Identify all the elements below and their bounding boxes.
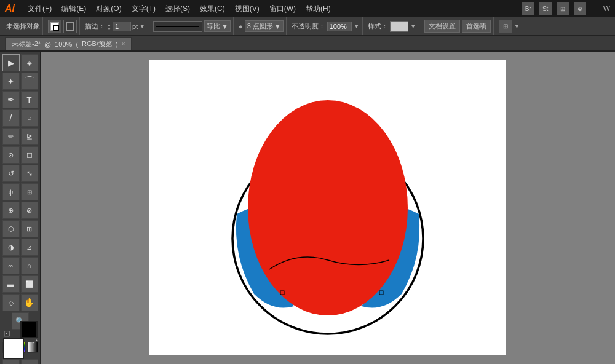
line-tool[interactable]: / [2, 109, 20, 127]
stroke-unit-label: pt [132, 23, 138, 30]
opacity-section: 不透明度： ▼ [289, 17, 363, 35]
lasso-tool[interactable]: ⌒ [21, 73, 38, 90]
main-layout: ▶ ◈ ✦ ⌒ ✒ T / ○ ✏ ⊵ ⊙ ◻ ↺ ⤡ ψ ⊞ [0, 52, 615, 364]
pen-tool[interactable]: ✒ [2, 91, 20, 108]
menu-object[interactable]: 对象(O) [92, 2, 125, 15]
style-label: 样式： [368, 22, 388, 31]
blob-brush-tool[interactable]: ⊙ [2, 146, 20, 164]
ratio-dropdown[interactable]: 等比▼ [204, 20, 231, 32]
menu-edit[interactable]: 编辑(E) [57, 2, 90, 15]
blend-tool[interactable]: ∞ [2, 257, 20, 274]
selection-tool[interactable]: ▶ [2, 54, 20, 71]
no-selection-section: 未选择对象 [4, 17, 43, 35]
menu-select[interactable]: 选择(S) [161, 2, 194, 15]
menu-window[interactable]: 窗口(W) [265, 2, 300, 15]
tool-row-12: ∞ ∩ [2, 257, 38, 274]
stroke-box-icon[interactable] [63, 20, 77, 33]
reset-colors-icon[interactable]: ⊡ [3, 328, 10, 338]
perspective-tool[interactable]: ⬡ [2, 220, 20, 237]
mesh-tool[interactable]: ⊞ [21, 220, 38, 237]
no-selection-label: 未选择对象 [6, 22, 40, 31]
doc-settings-section: 文档设置 首选项 [422, 17, 494, 35]
style-section: 样式： ▼ [365, 17, 419, 35]
stroke-icon-section [46, 17, 80, 35]
hand-tool[interactable]: ✋ [21, 294, 38, 311]
arrange-icon[interactable]: ⊞ [499, 20, 512, 33]
points-indicator: ● [239, 23, 243, 30]
fill-color-box[interactable] [3, 338, 24, 359]
tool-row-6: ⊙ ◻ [2, 146, 38, 164]
slice-tool[interactable]: ◇ [2, 294, 20, 311]
tool-row-9: ⊕ ⊗ [2, 202, 38, 219]
menu-view[interactable]: 视图(V) [231, 2, 264, 15]
bridge-icon[interactable]: Br [522, 2, 534, 15]
document-tab[interactable]: 未标题-2* @ 100% ( RGB/预览 ) × [5, 37, 132, 50]
tab-color-mode: ( [76, 41, 78, 48]
opacity-dropdown-icon[interactable]: ▼ [354, 23, 360, 30]
style-dropdown-icon[interactable]: ▼ [410, 23, 416, 30]
menu-effect[interactable]: 效果(C) [196, 2, 229, 15]
warp-tool[interactable]: ψ [2, 183, 20, 200]
arrange-dropdown-icon[interactable]: ▼ [514, 23, 520, 30]
eyedropper-tool[interactable]: ⊿ [21, 239, 38, 256]
doc-settings-button[interactable]: 文档设置 [424, 20, 460, 33]
eraser-tool[interactable]: ◻ [21, 146, 38, 164]
tool-row-5: ✏ ⊵ [2, 128, 38, 145]
menu-help[interactable]: 帮助(H) [301, 2, 335, 15]
points-dropdown[interactable]: 3 点圆形▼ [245, 20, 284, 32]
shape-builder-tool[interactable]: ⊕ [2, 202, 20, 219]
left-toolbar: ▶ ◈ ✦ ⌒ ✒ T / ○ ✏ ⊵ ⊙ ◻ ↺ ⤡ ψ ⊞ [0, 52, 41, 364]
stroke-label: 描边： [85, 22, 105, 31]
rotate-tool[interactable]: ↺ [2, 165, 20, 182]
menu-type[interactable]: 文字(T) [127, 2, 160, 15]
menu-file[interactable]: 文件(F) [23, 2, 56, 15]
title-right-icons: Br St ⊞ ⊗ W [522, 2, 610, 15]
direct-selection-tool[interactable]: ◈ [21, 54, 38, 71]
tab-name: 未标题-2* [12, 39, 41, 49]
tab-zoom: @ [44, 41, 51, 48]
pencil-tool[interactable]: ✏ [2, 128, 20, 145]
points-section: ● 3 点圆形▼ [236, 17, 287, 35]
stroke-dropdown-icon[interactable]: ▼ [139, 23, 145, 30]
gradient-tool[interactable]: ◑ [2, 239, 20, 256]
stroke-color-icon[interactable] [48, 20, 62, 33]
tool-row-3: ✒ T [2, 91, 38, 108]
tab-color-mode-value: RGB/预览 [82, 39, 112, 49]
tool-row-1: ▶ ◈ [2, 54, 38, 71]
grid-icon[interactable]: ⊞ [557, 2, 569, 15]
stroke-up-icon[interactable]: ↕ [107, 22, 111, 31]
scale-tool[interactable]: ⤡ [21, 165, 38, 182]
free-transform-tool[interactable]: ⊞ [21, 183, 38, 200]
svg-point-1 [248, 100, 408, 315]
tool-row-mode: ⊟ ⊞ [2, 359, 38, 364]
paint-brush-tool[interactable]: ⊵ [21, 128, 38, 145]
tab-close-button[interactable]: × [122, 41, 125, 47]
arrange-section: ⊞ ▼ [496, 17, 523, 35]
live-paint-tool[interactable]: ⊗ [21, 202, 38, 219]
window-controls: W [603, 4, 610, 13]
swap-colors-icon[interactable]: ⇌ [33, 338, 38, 345]
tool-row-11: ◑ ⊿ [2, 239, 38, 256]
type-tool[interactable]: T [21, 91, 38, 108]
ellipse-tool[interactable]: ○ [21, 109, 38, 127]
stroke-width-input[interactable] [113, 22, 131, 31]
broadcast-icon[interactable]: ⊗ [574, 2, 586, 15]
column-graph-tool[interactable]: ▬ [2, 275, 20, 293]
preferences-button[interactable]: 首选项 [462, 20, 491, 33]
symbol-tool[interactable]: ∩ [21, 257, 38, 274]
draw-inside-mode[interactable]: ⊞ [21, 359, 38, 364]
stroke-color-box[interactable] [20, 321, 38, 338]
tab-zoom-value: 100% [55, 41, 72, 48]
style-preview [390, 21, 408, 32]
artboard-tool[interactable]: ⬜ [21, 275, 38, 293]
artwork [223, 79, 432, 337]
ratio-section: 等比▼ [151, 17, 234, 35]
menu-bar: 文件(F) 编辑(E) 对象(O) 文字(T) 选择(S) 效果(C) 视图(V… [23, 2, 335, 15]
tab-color-mode-close-paren: ) [116, 41, 118, 48]
canvas-area[interactable] [41, 52, 615, 364]
opacity-input[interactable] [327, 22, 352, 31]
draw-normal-mode[interactable]: ⊟ [2, 359, 20, 364]
stock-icon[interactable]: St [539, 2, 552, 15]
tool-row-10: ⬡ ⊞ [2, 220, 38, 237]
magic-wand-tool[interactable]: ✦ [2, 73, 20, 90]
